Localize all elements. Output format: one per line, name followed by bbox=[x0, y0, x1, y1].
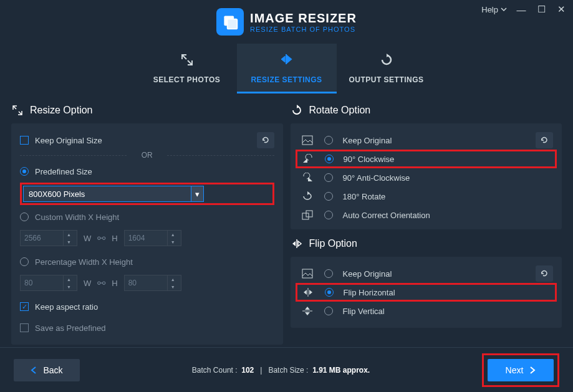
svg-rect-3 bbox=[302, 213, 309, 219]
tab-select-photos[interactable]: SELECT PHOTOS bbox=[137, 44, 237, 93]
rotate-acw-radio[interactable] bbox=[324, 173, 333, 182]
rotate-keep-radio[interactable] bbox=[324, 136, 333, 145]
tab-resize-label: RESIZE SETTINGS bbox=[251, 75, 322, 84]
rotate-180-radio[interactable] bbox=[324, 192, 333, 201]
save-predefined-checkbox[interactable] bbox=[20, 323, 29, 332]
custom-width-field[interactable] bbox=[21, 234, 63, 242]
spin-up[interactable]: ▲ bbox=[64, 275, 74, 283]
rotate-180-icon bbox=[301, 191, 314, 201]
rotate-header: Rotate Option bbox=[309, 105, 371, 116]
chevron-left-icon bbox=[31, 366, 37, 374]
undo-icon bbox=[540, 136, 549, 145]
percent-width-input[interactable]: ▲▼ bbox=[20, 275, 77, 291]
spin-down[interactable]: ▼ bbox=[168, 283, 178, 290]
flip-header: Flip Option bbox=[309, 238, 357, 249]
h-label-2: H bbox=[112, 279, 117, 288]
custom-size-radio[interactable] bbox=[20, 213, 29, 221]
undo-icon bbox=[540, 269, 549, 278]
gear-refresh-icon bbox=[380, 53, 393, 70]
title-bar: IMAGE RESIZER RESIZE BATCH OF PHOTOS Hel… bbox=[0, 0, 573, 44]
flip-horizontal-radio[interactable] bbox=[325, 288, 334, 297]
highlight-rotate-cw: 90° Clockwise bbox=[296, 150, 557, 168]
percent-width-field[interactable] bbox=[21, 279, 63, 287]
app-title: IMAGE RESIZER bbox=[250, 11, 357, 26]
keep-aspect-checkbox[interactable] bbox=[20, 302, 29, 311]
tab-resize-settings[interactable]: RESIZE SETTINGS bbox=[237, 44, 337, 93]
link-icon: ⚯ bbox=[97, 277, 105, 289]
spin-up[interactable]: ▲ bbox=[168, 231, 178, 238]
auto-orient-icon bbox=[301, 210, 314, 220]
footer: Back Batch Count : 102 | Batch Size : 1.… bbox=[0, 347, 573, 392]
flip-keep-label: Keep Original bbox=[343, 269, 392, 279]
custom-size-label: Custom Width X Height bbox=[35, 213, 119, 222]
percent-size-label: Percentage Width X Height bbox=[35, 257, 133, 267]
svg-rect-5 bbox=[302, 269, 312, 278]
window-controls: Help — ☐ ✕ bbox=[481, 4, 567, 15]
rotate-cw-label: 90° Clockwise bbox=[344, 155, 395, 164]
custom-height-input[interactable]: ▲▼ bbox=[124, 230, 181, 246]
predefined-size-value: 800X600 Pixels bbox=[29, 189, 85, 199]
batch-size-value: 1.91 MB approx. bbox=[312, 366, 370, 375]
save-predefined-label: Save as Predefined bbox=[35, 323, 105, 333]
rotate-cw-radio[interactable] bbox=[325, 155, 334, 163]
spin-up[interactable]: ▲ bbox=[64, 231, 74, 238]
rotate-auto-radio[interactable] bbox=[324, 211, 333, 219]
w-label-2: W bbox=[84, 279, 91, 288]
svg-rect-4 bbox=[306, 211, 312, 217]
keep-original-size-checkbox[interactable] bbox=[20, 136, 29, 145]
dropdown-arrow-icon: ▾ bbox=[191, 186, 203, 201]
rotate-keep-label: Keep Original bbox=[343, 136, 392, 145]
back-button[interactable]: Back bbox=[14, 359, 80, 381]
spin-up[interactable]: ▲ bbox=[168, 275, 178, 283]
percent-height-input[interactable]: ▲▼ bbox=[124, 275, 181, 291]
spin-down[interactable]: ▼ bbox=[168, 238, 178, 246]
svg-rect-1 bbox=[228, 19, 238, 29]
reset-rotate-button[interactable] bbox=[536, 132, 553, 148]
help-label: Help bbox=[481, 5, 498, 14]
spin-down[interactable]: ▼ bbox=[64, 238, 74, 246]
undo-icon bbox=[261, 136, 270, 145]
reset-resize-button[interactable] bbox=[257, 132, 274, 148]
rotate-acw-label: 90° Anti-Clockwise bbox=[343, 173, 410, 183]
rotate-180-label: 180° Rotate bbox=[343, 192, 386, 201]
highlight-flip-horizontal: Flip Horizontal bbox=[296, 283, 557, 302]
predefined-size-label: Predefined Size bbox=[35, 167, 92, 176]
rotate-header-icon bbox=[291, 105, 303, 116]
percent-size-radio[interactable] bbox=[20, 257, 29, 266]
highlight-predefined: 800X600 Pixels ▾ bbox=[20, 183, 274, 205]
tab-select-label: SELECT PHOTOS bbox=[153, 75, 221, 84]
right-column: Rotate Option Keep Original 90° Clockwis… bbox=[291, 101, 562, 345]
chevron-down-icon bbox=[501, 6, 507, 12]
separator: | bbox=[260, 366, 262, 375]
predefined-size-radio[interactable] bbox=[20, 167, 29, 176]
help-menu[interactable]: Help bbox=[481, 5, 507, 14]
custom-width-input[interactable]: ▲▼ bbox=[20, 230, 77, 246]
flip-keep-radio[interactable] bbox=[324, 269, 333, 278]
app-subtitle: RESIZE BATCH OF PHOTOS bbox=[250, 26, 357, 33]
predefined-size-select[interactable]: 800X600 Pixels ▾ bbox=[23, 186, 204, 202]
flip-header-icon bbox=[291, 238, 303, 249]
resize-header: Resize Option bbox=[30, 105, 93, 116]
maximize-button[interactable]: ☐ bbox=[536, 4, 547, 15]
chevron-right-icon bbox=[529, 366, 536, 374]
rotate-auto-label: Auto Correct Orientation bbox=[343, 211, 430, 220]
rotate-cw-icon bbox=[301, 154, 315, 164]
back-label: Back bbox=[43, 365, 62, 375]
tab-output-settings[interactable]: OUTPUT SETTINGS bbox=[337, 44, 436, 93]
reset-flip-button[interactable] bbox=[536, 265, 553, 282]
batch-count-value: 102 bbox=[241, 366, 254, 375]
batch-count-label: Batch Count : bbox=[192, 366, 238, 375]
next-button[interactable]: Next bbox=[488, 359, 554, 381]
tabs: SELECT PHOTOS RESIZE SETTINGS OUTPUT SET… bbox=[0, 44, 573, 93]
next-label: Next bbox=[506, 365, 524, 375]
logo-block: IMAGE RESIZER RESIZE BATCH OF PHOTOS bbox=[216, 8, 357, 36]
spin-down[interactable]: ▼ bbox=[64, 283, 74, 290]
custom-height-field[interactable] bbox=[125, 234, 167, 242]
close-button[interactable]: ✕ bbox=[556, 4, 567, 15]
flip-vertical-radio[interactable] bbox=[324, 307, 333, 315]
keep-original-size-label: Keep Original Size bbox=[35, 136, 102, 145]
app-logo-icon bbox=[216, 8, 244, 36]
tab-output-label: OUTPUT SETTINGS bbox=[349, 75, 423, 84]
percent-height-field[interactable] bbox=[125, 279, 167, 287]
minimize-button[interactable]: — bbox=[516, 4, 527, 15]
